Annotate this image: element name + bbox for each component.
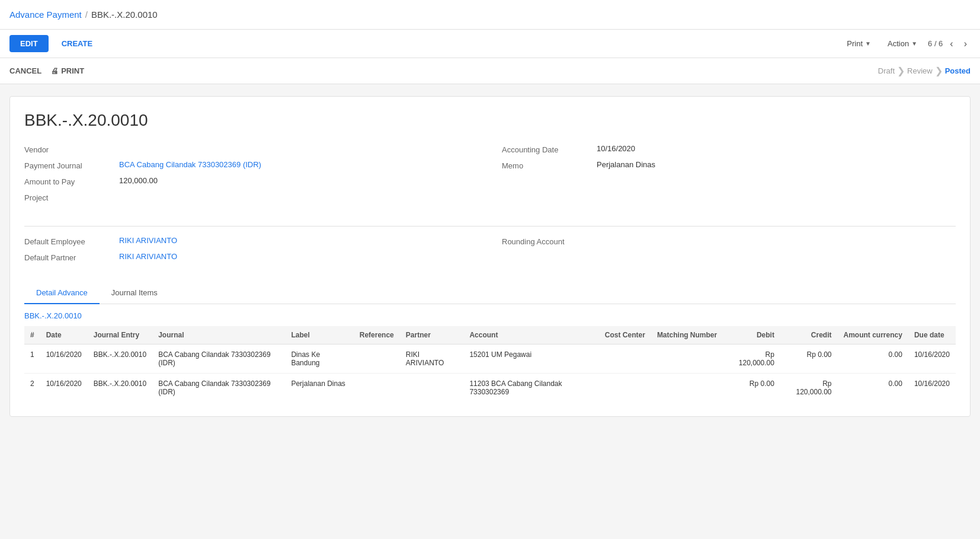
top-bar: Advance Payment / BBK.-.X.20.0010 (0, 0, 980, 30)
cell-matching-number (651, 374, 723, 403)
accounting-date-label: Accounting Date (502, 144, 597, 154)
cell-partner (400, 374, 464, 403)
project-row: Project (24, 192, 478, 202)
accounting-date-value: 10/16/2020 (597, 144, 635, 153)
default-employee-value[interactable]: RIKI ARIVIANTO (119, 236, 177, 245)
default-partner-value[interactable]: RIKI ARIVIANTO (119, 252, 177, 261)
action-dropdown-button[interactable]: Action ▼ (882, 35, 923, 52)
col-journal-entry: Journal Entry (88, 326, 152, 345)
cell-date: 10/16/2020 (40, 374, 88, 403)
status-pipeline: Draft ❯ Review ❯ Posted (878, 65, 971, 76)
vendor-row: Vendor (24, 144, 478, 154)
print-caret-icon: ▼ (865, 40, 871, 47)
accounting-date-row: Accounting Date 10/16/2020 (502, 144, 956, 154)
table-header-row: # Date Journal Entry Journal Label Refer… (24, 326, 956, 345)
memo-row: Memo Perjalanan Dinas (502, 160, 956, 170)
col-account: Account (463, 326, 598, 345)
form-left: Vendor Payment Journal BCA Cabang Ciland… (24, 144, 478, 208)
default-partner-label: Default Partner (24, 252, 119, 262)
cell-journal: BCA Cabang Cilandak 7330302369 (IDR) (152, 345, 285, 374)
payment-journal-value[interactable]: BCA Cabang Cilandak 7330302369 (IDR) (119, 160, 261, 169)
printer-icon: 🖨 (51, 66, 59, 75)
status-draft: Draft (878, 66, 895, 75)
col-debit: Debit (723, 326, 780, 345)
pagination-text: 6 / 6 (928, 39, 943, 48)
prev-record-button[interactable]: ‹ (946, 37, 956, 50)
cell-amount-currency: 0.00 (838, 345, 908, 374)
tab-journal-items[interactable]: Journal Items (100, 282, 169, 304)
journal-items-table: # Date Journal Entry Journal Label Refer… (24, 326, 956, 402)
form-section-left: Default Employee RIKI ARIVIANTO Default … (24, 236, 478, 268)
cell-due-date: 10/16/2020 (908, 374, 956, 403)
action-bar: EDIT CREATE Print ▼ Action ▼ 6 / 6 ‹ › (0, 30, 980, 58)
cell-account: 11203 BCA Cabang Cilandak 7330302369 (463, 374, 598, 403)
cell-cost-center (599, 374, 651, 403)
cell-debit: Rp 120,000.00 (723, 345, 780, 374)
print-label: Print (847, 39, 863, 48)
create-button[interactable]: CREATE (53, 35, 101, 52)
cell-credit: Rp 120,000.00 (780, 374, 838, 403)
journal-sub-link[interactable]: BBK.-.X.20.0010 (24, 311, 82, 320)
cell-credit: Rp 0.00 (780, 345, 838, 374)
breadcrumb-separator: / (85, 9, 88, 20)
form-divider (24, 226, 956, 227)
tabs: Detail Advance Journal Items (24, 282, 956, 304)
next-record-button[interactable]: › (960, 37, 971, 50)
rounding-account-row: Rounding Account (502, 236, 956, 246)
rounding-account-label: Rounding Account (502, 236, 597, 246)
cell-reference (354, 374, 400, 403)
cell-journal: BCA Cabang Cilandak 7330302369 (IDR) (152, 374, 285, 403)
col-credit: Credit (780, 326, 838, 345)
amount-row: Amount to Pay 120,000.00 (24, 176, 478, 186)
col-date: Date (40, 326, 88, 345)
cell-amount-currency: 0.00 (838, 374, 908, 403)
cell-journal-entry: BBK.-.X.20.0010 (88, 374, 152, 403)
form-body: Vendor Payment Journal BCA Cabang Ciland… (24, 144, 956, 208)
edit-button[interactable]: EDIT (9, 35, 49, 52)
form-section: Default Employee RIKI ARIVIANTO Default … (24, 236, 956, 268)
cell-num: 2 (24, 374, 40, 403)
record-title: BBK.-.X.20.0010 (24, 111, 956, 130)
cell-num: 1 (24, 345, 40, 374)
form-card: BBK.-.X.20.0010 Vendor Payment Journal B… (9, 96, 971, 417)
status-arrow-2: ❯ (935, 65, 943, 76)
table-row: 210/16/2020BBK.-.X.20.0010BCA Cabang Cil… (24, 374, 956, 403)
col-journal: Journal (152, 326, 285, 345)
print-dropdown-button[interactable]: Print ▼ (841, 35, 877, 52)
form-right: Accounting Date 10/16/2020 Memo Perjalan… (502, 144, 956, 208)
cell-cost-center (599, 345, 651, 374)
payment-journal-row: Payment Journal BCA Cabang Cilandak 7330… (24, 160, 478, 170)
breadcrumb-record: BBK.-.X.20.0010 (91, 9, 158, 20)
action-label: Action (888, 39, 909, 48)
col-due-date: Due date (908, 326, 956, 345)
cell-journal-entry: BBK.-.X.20.0010 (88, 345, 152, 374)
form-section-right: Rounding Account (502, 236, 956, 268)
cell-matching-number (651, 345, 723, 374)
default-partner-row: Default Partner RIKI ARIVIANTO (24, 252, 478, 262)
memo-value: Perjalanan Dinas (597, 160, 655, 169)
action-caret-icon: ▼ (911, 40, 917, 47)
payment-journal-label: Payment Journal (24, 160, 119, 170)
breadcrumb: Advance Payment / BBK.-.X.20.0010 (9, 9, 158, 20)
col-label: Label (285, 326, 353, 345)
sub-print-label: PRINT (61, 66, 84, 75)
col-cost-center: Cost Center (599, 326, 651, 345)
cell-date: 10/16/2020 (40, 345, 88, 374)
cell-reference (354, 345, 400, 374)
tab-detail-advance[interactable]: Detail Advance (24, 282, 100, 304)
table-row: 110/16/2020BBK.-.X.20.0010BCA Cabang Cil… (24, 345, 956, 374)
memo-label: Memo (502, 160, 597, 170)
amount-label: Amount to Pay (24, 176, 119, 186)
app-name[interactable]: Advance Payment (9, 9, 82, 20)
sub-print-button[interactable]: 🖨 PRINT (51, 66, 84, 75)
amount-value: 120,000.00 (119, 176, 158, 185)
default-employee-row: Default Employee RIKI ARIVIANTO (24, 236, 478, 246)
project-label: Project (24, 192, 119, 202)
status-review: Review (907, 66, 933, 75)
cancel-button[interactable]: CANCEL (9, 66, 41, 75)
col-matching-number: Matching Number (651, 326, 723, 345)
col-partner: Partner (400, 326, 464, 345)
pagination: 6 / 6 ‹ › (928, 37, 971, 50)
cell-partner: RIKI ARIVIANTO (400, 345, 464, 374)
cell-label: Dinas Ke Bandung (285, 345, 353, 374)
